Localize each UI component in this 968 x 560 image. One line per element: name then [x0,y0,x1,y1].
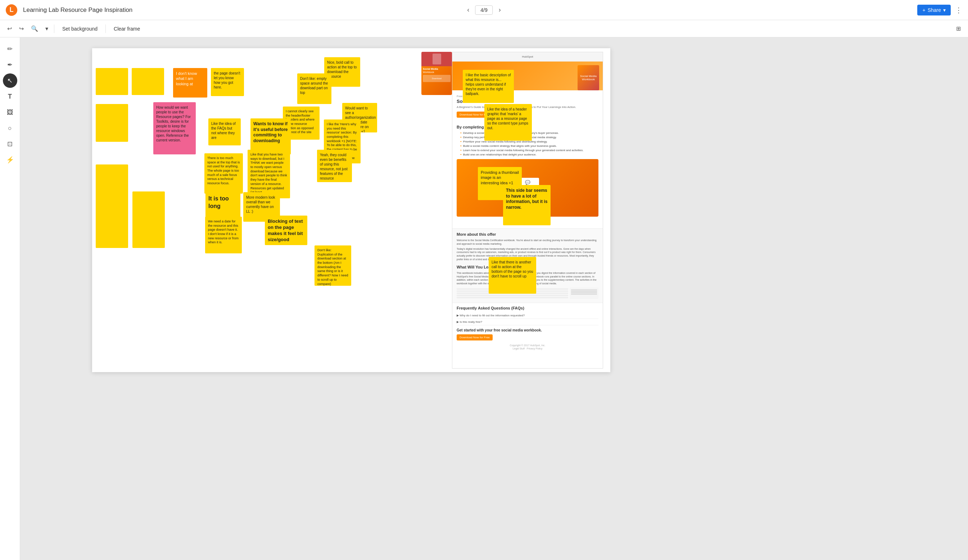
toolbar-separator-2 [105,25,106,33]
canvas-area: HubSpot Social Media Workbook Free Downl… [20,37,968,560]
main-frame: HubSpot Social Media Workbook Free Downl… [92,48,610,372]
small-thumb-text: Social Media Workbook Download [421,66,452,83]
hs-para-1: Welcome to the Social Media Certificatio… [457,239,598,246]
hs-get-started: Get started with your free social media … [457,328,598,332]
hs-bullet-4: Build a social media content strategy th… [460,144,598,147]
share-button[interactable]: + Share ▾ [917,5,951,15]
image-icon[interactable]: 🖼 [3,105,17,119]
hs-footer-links: Legal Stuff Privacy Policy [457,347,598,350]
logo: L [6,4,17,16]
hs-faq-title: Frequently Asked Questions (FAQs) [457,306,598,310]
hs-final-btn[interactable]: Download Now for Free [457,334,492,340]
zoom-button[interactable]: 🔍 [28,23,41,34]
sticky-s26: Don't like: Duplication of the download … [315,245,351,286]
share-plus-icon: + [922,7,925,13]
sticky-s22: Blocking of text on the page makes it fe… [265,215,307,245]
sticky-s31: Like that there is another call to actio… [489,257,536,294]
cursor-icon[interactable]: ↖ [3,73,17,88]
top-bar: L Learning Lab Resource Page Inspiration… [0,0,968,20]
sticky-s27: I like the basic description of what thi… [463,70,514,103]
sticky-s1: I don't know what I am looking at [173,68,207,98]
page-indicator: 4/9 [475,5,492,15]
text-icon[interactable]: T [3,89,17,104]
hs-header: HubSpot [453,52,603,61]
sticky-s15: There is too much space at the top that … [204,153,243,194]
pen-tool-icon[interactable]: ✏ [3,42,17,56]
small-thumbnail-copy: Social Media Workbook Download [421,52,452,95]
top-right-controls: + Share ▾ ⋮ [917,5,962,15]
sticky-s4 [132,68,164,95]
hs-more-title: More about this offer [457,232,598,237]
hs-faq-item-1: ▶ Why do I need to fill out the informat… [457,312,598,319]
component-icon[interactable]: ⚡ [3,152,17,167]
toolbar: ↩ ↪ 🔍 ▾ Set background Clear frame ⊞ [0,20,968,37]
clear-frame-button[interactable]: Clear frame [109,24,145,34]
nav-controls: ‹ 4/9 › [464,5,504,15]
left-sidebar: ✏ ✒ ↖ T 🖼 ○ ⊡ ⚡ [0,37,20,560]
hs-faq: Frequently Asked Questions (FAQs) ▶ Why … [453,303,603,353]
undo-button[interactable]: ↩ [4,23,15,34]
sticky-s30: This side bar seems to have a lot of inf… [503,185,550,225]
frame-icon[interactable]: ⊡ [3,137,17,151]
more-options-button[interactable]: ⋮ [955,6,962,14]
shape-icon[interactable]: ○ [3,121,17,135]
sticky-s8 [96,104,128,142]
sticky-s28: Like the idea of a header graphic that '… [484,104,532,141]
fit-screen-button[interactable]: ⊞ [953,23,964,34]
hs-cover-image: Social Media Workbook [578,65,599,90]
sticky-s13: Wants to know if it's useful before comm… [250,118,291,154]
hs-faq-item-2: ▶ Is this really free? [457,319,598,325]
redo-button[interactable]: ↪ [16,23,27,34]
small-thumb-header [421,52,452,66]
hs-bullet-5: Learn how to extend your social media fo… [460,149,598,152]
sticky-s2: the page doesn't let you know how you go… [211,68,244,96]
hs-final-cta: Download Now for Free [457,334,598,340]
prev-page-button[interactable]: ‹ [464,5,472,15]
sticky-s24 [96,213,128,248]
draw-icon[interactable]: ✒ [3,58,17,72]
sticky-s14: Yeah, they could even be benefits of usi… [317,150,352,182]
sticky-s7: How would we want people to use the Reso… [153,102,196,154]
hs-footer: Copyright © 2017 HubSpot, Inc. [457,344,598,346]
share-arrow-icon: ▾ [943,7,946,13]
sticky-s9: Like the idea of the FAQs but not where … [208,118,241,146]
sticky-s23: We need a date for the resource and this… [205,217,242,253]
sticky-s16: Like that you have two ways to download,… [248,150,290,198]
next-page-button[interactable]: › [496,5,504,15]
sticky-s25 [133,213,165,248]
zoom-dropdown-button[interactable]: ▾ [43,23,51,34]
sticky-s6: Don't like: empty space around the downl… [297,73,332,104]
sticky-s3 [96,68,128,95]
set-background-button[interactable]: Set background [57,24,103,34]
hs-bullet-6: Build one-on-one relationships that deli… [460,153,598,156]
